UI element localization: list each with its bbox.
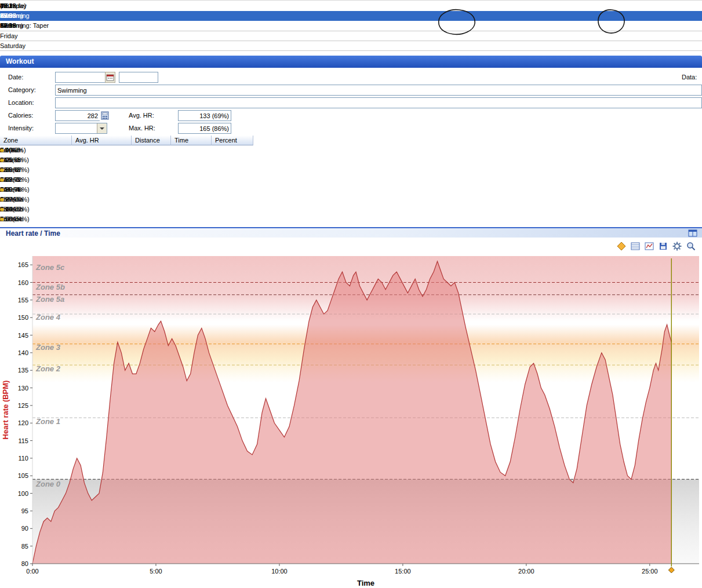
zone-row: Zone 5c 162 (84%) 0.00 km 1:56 7.5 % ◆ (0, 214, 253, 224)
zone-table-header-zone[interactable]: Zone (0, 136, 72, 145)
svg-text:100: 100 (18, 490, 28, 497)
count-cell: 35 (0, 1, 7, 11)
location-label: Location: (8, 97, 34, 108)
workout-panel-titlebar: Workout (0, 56, 702, 68)
svg-text:165: 165 (18, 261, 28, 268)
zone-table-header-distance[interactable]: Distance (132, 136, 171, 145)
zone-diamond-icon: ◆ (0, 145, 4, 155)
svg-text:10:00: 10:00 (271, 568, 288, 575)
date-label: Date: (8, 72, 23, 82)
svg-text:Zone 1: Zone 1 (35, 417, 60, 426)
zoom-icon[interactable] (686, 241, 696, 251)
svg-text:Zone 4: Zone 4 (35, 313, 61, 322)
svg-text:Zone 5c: Zone 5c (35, 263, 65, 272)
avg-hr-label: Avg. HR: (129, 110, 154, 120)
session-row-selected[interactable]: 19:03 Evening Swimming 0.00 25:53 - 37 (0, 11, 702, 21)
session-row-day[interactable]: Friday (0, 31, 702, 41)
svg-text:145: 145 (18, 332, 28, 339)
chart-section-title: Heart rate / Time (6, 229, 60, 238)
calculator-button[interactable] (100, 110, 110, 121)
svg-text:135: 135 (18, 367, 28, 374)
category-input[interactable] (55, 85, 702, 96)
avg-hr-input[interactable] (178, 110, 231, 121)
location-input[interactable] (55, 97, 702, 108)
workout-panel-title: Workout (6, 57, 34, 65)
calories-label: Calories: (8, 110, 33, 120)
zone-row: Zone 0 94 (49%) 0.00 km 1:40 6.4 % ◆ (0, 145, 253, 155)
zone-diamond-icon: ◆ (0, 165, 4, 175)
hr-chart-canvas[interactable]: Zone 5cZone 5bZone 5aZone 4Zone 3Zone 2Z… (0, 254, 702, 588)
svg-text:Zone 3: Zone 3 (35, 343, 61, 352)
marker-diamond-icon[interactable] (616, 241, 627, 251)
svg-text:140: 140 (18, 349, 28, 356)
svg-text:105: 105 (18, 472, 28, 479)
row-divider (0, 50, 702, 51)
zone-diamond-icon: ◆ (0, 175, 4, 185)
zone-row: Zone 3 140 (72%) 0.00 km 3:33 13.7 % ◆ (0, 175, 253, 185)
svg-text:115: 115 (18, 437, 28, 444)
svg-text:155: 155 (18, 297, 28, 304)
svg-text:0:00: 0:00 (26, 568, 38, 575)
save-icon[interactable] (658, 241, 668, 251)
time-input[interactable] (119, 72, 158, 83)
data-label: Data: (682, 72, 697, 82)
svg-text:Zone 5b: Zone 5b (35, 283, 65, 291)
zone-row: Zone 1 112 (58%) 0.00 km 6:21 24.5 % ◆ (0, 155, 253, 165)
zone-diamond-icon: ◆ (0, 195, 4, 204)
svg-text:Time: Time (357, 579, 374, 587)
gear-icon[interactable] (672, 241, 682, 251)
svg-text:125: 125 (18, 402, 28, 409)
calculator-icon (101, 111, 109, 120)
svg-text:90: 90 (21, 525, 28, 532)
zone-row: Zone 2 130 (67%) 0.00 km 5:56 22.9 % ◆ (0, 165, 253, 175)
svg-text:85: 85 (21, 543, 28, 550)
svg-text:130: 130 (18, 385, 28, 392)
svg-text:80: 80 (21, 560, 28, 567)
zone-diamond-icon: ◆ (0, 214, 4, 224)
date-input[interactable] (55, 72, 107, 83)
category-label: Category: (8, 85, 36, 95)
intensity-dropdown-button[interactable] (97, 123, 107, 133)
svg-text:Heart rate (BPM): Heart rate (BPM) (1, 381, 10, 440)
intensity-select[interactable] (55, 123, 107, 134)
svg-text:Zone 0: Zone 0 (35, 480, 61, 488)
chevron-down-icon (100, 127, 104, 130)
svg-text:25:00: 25:00 (642, 568, 658, 575)
zone-row: Zone 5b 159 (82%) 0.00 km 2:14 8.6 % ◆ (0, 204, 253, 214)
day-label: Friday (0, 31, 18, 41)
zone-diamond-icon: ◆ (0, 185, 4, 195)
max-hr-label: Max. HR: (129, 123, 155, 133)
chart-view-icon[interactable] (644, 241, 654, 251)
calendar-button[interactable] (105, 72, 115, 83)
zone-table-header-percent[interactable]: Percent (212, 136, 253, 145)
count-cell: 37 (0, 11, 7, 21)
calories-input[interactable] (55, 110, 100, 121)
calendar-icon (106, 74, 114, 81)
zone-table-header-time[interactable]: Time (171, 136, 212, 145)
zone-table-header-avg-hr[interactable]: Avg. HR (72, 136, 132, 145)
window-restore-icon[interactable] (688, 229, 697, 237)
intensity-label: Intensity: (8, 123, 34, 133)
zone-diamond-icon: ◆ (0, 204, 4, 214)
max-hr-input[interactable] (178, 123, 231, 134)
svg-text:5:00: 5:00 (150, 568, 162, 575)
chart-toolbar (0, 239, 702, 254)
heart-rate-chart[interactable]: Zone 5cZone 5bZone 5aZone 4Zone 3Zone 2Z… (0, 254, 702, 588)
svg-text:160: 160 (18, 279, 28, 286)
session-row-day[interactable]: Saturday (0, 41, 702, 51)
zone-table: Zone Avg. HR Distance Time Percent Zone … (0, 136, 253, 225)
session-row[interactable]: 19:03 Evening Swimming: Taper 0.83 14:19… (0, 21, 702, 31)
day-label: Saturday (0, 41, 26, 51)
session-row-day-summary[interactable]: Thursday (Multiple) 0.83 40:12 17:18 35 (0, 1, 702, 11)
svg-text:150: 150 (18, 314, 28, 321)
data-grid-icon[interactable] (630, 241, 641, 251)
chart-section-header: Heart rate / Time (0, 227, 702, 238)
svg-text:Zone 2: Zone 2 (35, 364, 61, 373)
svg-text:15:00: 15:00 (395, 568, 411, 575)
svg-text:20:00: 20:00 (518, 568, 534, 575)
svg-text:120: 120 (18, 419, 28, 426)
svg-text:95: 95 (21, 507, 28, 514)
zone-row: Zone 4 146 (76%) 0.00 km 2:36 10.0 % ◆ (0, 185, 253, 195)
count-cell: 32 (0, 21, 7, 31)
zone-diamond-icon: ◆ (0, 155, 4, 165)
